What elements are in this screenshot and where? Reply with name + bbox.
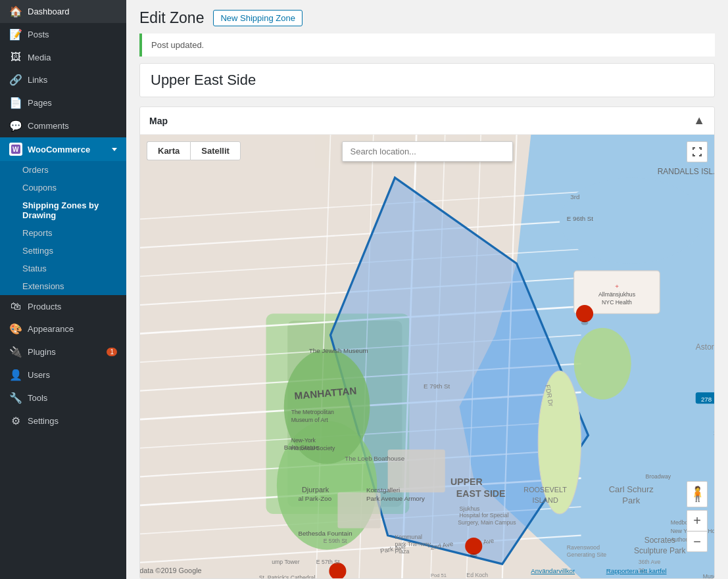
new-zone-button[interactable]: New Shipping Zone [213, 10, 302, 26]
submenu-extensions[interactable]: Extensions [0, 277, 126, 295]
sidebar-item-dashboard[interactable]: 🏠 Dashboard [0, 0, 126, 23]
sidebar-item-media[interactable]: 🖼 Media [0, 46, 126, 68]
svg-text:Museum of Art: Museum of Art [291, 417, 329, 423]
map-search-input[interactable] [342, 141, 513, 162]
svg-text:Kartdata ©2019 Google: Kartdata ©2019 Google [140, 567, 202, 574]
woocommerce-submenu: Orders Coupons Shipping Zones by Drawing… [0, 161, 126, 295]
submenu-settings[interactable]: Settings [0, 242, 126, 260]
sidebar-label-products: Products [28, 302, 61, 312]
svg-text:278: 278 [701, 396, 712, 403]
sidebar-item-users[interactable]: 👤 Users [0, 363, 126, 386]
sidebar-item-comments[interactable]: 💬 Comments [0, 114, 126, 137]
sidebar-item-plugins[interactable]: 🔌 Plugins 1 [0, 340, 126, 363]
svg-text:3rd: 3rd [570, 193, 579, 200]
main-content: Edit Zone New Shipping Zone Post updated… [126, 0, 728, 579]
svg-text:Allmänsjukhus: Allmänsjukhus [598, 291, 636, 298]
submenu-reports[interactable]: Reports [0, 224, 126, 242]
svg-point-77 [465, 538, 482, 555]
svg-text:RANDALLS ISL...: RANDALLS ISL... [658, 167, 714, 176]
svg-text:Historical Society: Historical Society [291, 445, 335, 452]
svg-text:+: + [615, 283, 619, 290]
notice-bar: Post updated. [139, 34, 715, 57]
svg-text:Rapportera ett kartfel: Rapportera ett kartfel [606, 567, 667, 574]
sidebar-item-products[interactable]: 🛍 Products [0, 295, 126, 317]
map-container[interactable]: MANHATTAN UPPER EAST SIDE Carl Schurz Pa… [140, 135, 714, 578]
sidebar-label-tools: Tools [28, 393, 47, 403]
sidebar-item-settings[interactable]: ⚙ Settings [0, 409, 126, 432]
notice-text: Post updated. [151, 40, 204, 50]
sidebar-label-settings: Settings [28, 416, 59, 426]
svg-text:al Park-Zoo: al Park-Zoo [299, 495, 332, 502]
svg-text:Djurpark: Djurpark [302, 486, 329, 494]
woocommerce-menu-header[interactable]: W WooCommerce [0, 137, 126, 161]
map-view-tabs: Karta Satellit [147, 141, 241, 160]
svg-text:E 59th St: E 59th St [324, 538, 347, 544]
posts-icon: 📝 [9, 28, 22, 41]
sidebar-item-posts[interactable]: 📝 Posts [0, 23, 126, 46]
woocommerce-arrow [112, 148, 117, 151]
map-collapse-button[interactable]: ▲ [693, 114, 705, 127]
submenu-coupons[interactable]: Coupons [0, 179, 126, 197]
svg-text:Generating Site: Generating Site [567, 551, 607, 558]
svg-text:E 96th St: E 96th St [567, 215, 594, 222]
page-header: Edit Zone New Shipping Zone [126, 0, 728, 34]
svg-text:Park: Park [622, 496, 640, 505]
dashboard-icon: 🏠 [9, 5, 22, 18]
svg-text:ROOSEVELT: ROOSEVELT [523, 486, 567, 494]
map-search-container [342, 141, 513, 162]
svg-text:Sculpture Park: Sculpture Park [634, 546, 686, 555]
map-title: Map [149, 116, 168, 126]
svg-text:UPPER: UPPER [450, 476, 483, 487]
map-header: Map ▲ [140, 107, 714, 135]
svg-text:Konstgalleri: Konstgalleri [366, 486, 400, 494]
sidebar-item-pages[interactable]: 📄 Pages [0, 91, 126, 114]
map-section: Map ▲ [139, 106, 715, 579]
plugins-icon: 🔌 [9, 346, 22, 358]
pages-icon: 📄 [9, 97, 22, 109]
plugins-badge: 1 [107, 348, 117, 356]
tools-icon: 🔧 [9, 392, 22, 404]
settings-icon: ⚙ [9, 415, 22, 427]
svg-text:21st St: 21st St [714, 429, 714, 436]
svg-point-78 [470, 553, 477, 558]
svg-text:St. Patrick's Cathedral: St. Patrick's Cathedral [259, 574, 316, 578]
svg-text:E 57th St: E 57th St [316, 559, 340, 565]
svg-text:Astoria Park: Astoria Park [696, 342, 714, 352]
sidebar-label-pages: Pages [28, 98, 52, 108]
sidebar-item-tools[interactable]: 🔧 Tools [0, 386, 126, 409]
map-pegman-button[interactable]: 🧍 [687, 481, 708, 507]
submenu-orders[interactable]: Orders [0, 161, 126, 179]
sidebar-label-plugins: Plugins [28, 347, 56, 357]
map-fullscreen-button[interactable] [687, 141, 708, 162]
svg-text:36th Ave: 36th Ave [639, 559, 661, 565]
submenu-status[interactable]: Status [0, 260, 126, 277]
svg-point-73 [576, 305, 593, 322]
sidebar-item-links[interactable]: 🔗 Links [0, 68, 126, 91]
svg-text:Carl Schurz: Carl Schurz [609, 484, 654, 494]
zoom-out-button[interactable]: − [687, 531, 708, 552]
zoom-in-button[interactable]: + [687, 510, 708, 531]
appearance-icon: 🎨 [9, 323, 22, 335]
tab-satellite[interactable]: Satellit [190, 141, 241, 160]
media-icon: 🖼 [9, 51, 22, 63]
sidebar: 🏠 Dashboard 📝 Posts 🖼 Media 🔗 Links 📄 Pa… [0, 0, 126, 579]
submenu-shipping-zones[interactable]: Shipping Zones by Drawing [0, 197, 126, 224]
svg-text:EAST SIDE: EAST SIDE [456, 488, 506, 499]
svg-text:NYC Health: NYC Health [602, 299, 632, 306]
users-icon: 👤 [9, 369, 22, 381]
sidebar-label-appearance: Appearance [28, 324, 74, 334]
sidebar-label-posts: Posts [28, 30, 49, 39]
svg-text:Sjukhus: Sjukhus [459, 505, 480, 512]
links-icon: 🔗 [9, 74, 22, 86]
sidebar-label-dashboard: Dashboard [28, 7, 70, 16]
svg-text:ump Tower: ump Tower [272, 559, 299, 565]
map-zoom-controls: + − [687, 510, 708, 552]
zone-name-field[interactable]: Upper East Side [139, 63, 715, 97]
sidebar-item-appearance[interactable]: 🎨 Appearance [0, 317, 126, 340]
svg-text:Ed Koch: Ed Koch [466, 572, 488, 578]
svg-text:The Loeb Boathouse: The Loeb Boathouse [345, 455, 404, 462]
tab-map[interactable]: Karta [147, 141, 190, 160]
svg-text:Surgery, Main Campus: Surgery, Main Campus [458, 519, 516, 526]
svg-text:Broadway: Broadway [646, 473, 671, 480]
svg-text:Kommunal: Kommunal [395, 534, 423, 540]
